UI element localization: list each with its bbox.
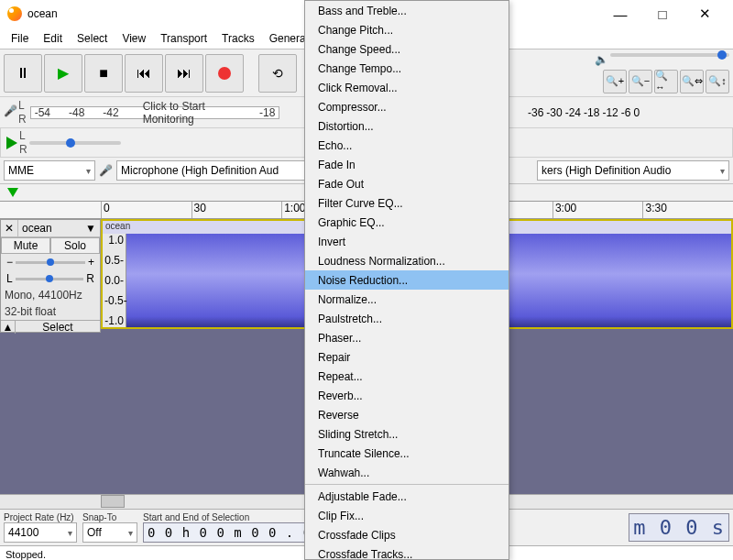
effect-item[interactable]: Normalize... [305, 290, 509, 309]
effect-item[interactable]: Paulstretch... [305, 309, 509, 328]
effect-item[interactable]: Crossfade Clips [305, 525, 509, 544]
effect-menu: Bass and Treble...Change Pitch...Change … [304, 0, 509, 560]
effect-item[interactable]: Change Speed... [305, 39, 509, 59]
effect-item[interactable]: Repair [305, 347, 509, 367]
menu-tracks[interactable]: Tracks [214, 29, 262, 48]
stop-button[interactable]: ■ [84, 54, 123, 93]
effect-item[interactable]: Loudness Normalization... [305, 251, 509, 270]
playback-slider-zone: 🔈 [595, 53, 729, 66]
amplitude-scale: 1.00.5-0.0--0.5--1.0 [103, 234, 126, 327]
effect-item[interactable]: Reverse [305, 405, 509, 424]
effect-item[interactable]: Reverb... [305, 386, 509, 405]
effect-item[interactable]: Change Pitch... [305, 20, 509, 39]
menu-select[interactable]: Select [70, 29, 115, 48]
effect-item[interactable]: Clip Fix... [305, 506, 509, 525]
track-name-label: ocean [18, 220, 56, 236]
maximize-button[interactable]: □ [641, 0, 684, 27]
host-combo[interactable]: MME [4, 160, 95, 181]
effect-item[interactable]: Wahwah... [305, 463, 509, 482]
track-close-button[interactable]: ✕ [1, 220, 18, 236]
effect-item[interactable]: Crossfade Tracks... [305, 544, 509, 560]
record-meter[interactable]: -54-48-42 Click to Start Monitoring -18 [30, 106, 280, 119]
menu-edit[interactable]: Edit [36, 29, 70, 48]
audio-position-time[interactable]: m 0 0 s [629, 513, 729, 542]
effect-item[interactable]: Phaser... [305, 328, 509, 347]
effect-item[interactable]: Repeat... [305, 367, 509, 386]
minimize-button[interactable]: ― [599, 0, 641, 27]
mic-device-icon: 🎤 [99, 164, 113, 177]
effect-item[interactable]: Filter Curve EQ... [305, 193, 509, 213]
track-select-button[interactable]: Select [16, 321, 100, 334]
track-format-label: Mono, 44100Hz [1, 287, 100, 303]
zoom-fit-button[interactable]: 🔍⇔ [680, 70, 704, 93]
gain-slider[interactable]: −+ [1, 254, 100, 270]
mic-icon: 🎤 [4, 104, 15, 121]
effect-item[interactable]: Sliding Stretch... [305, 424, 509, 444]
mute-button[interactable]: Mute [1, 237, 50, 254]
snap-to-combo[interactable]: Off [82, 522, 137, 543]
effect-item[interactable]: Invert [305, 232, 509, 251]
effect-item[interactable]: Fade In [305, 155, 509, 174]
zoom-toggle-button[interactable]: 🔍↕ [706, 70, 729, 93]
track-menu-dropdown[interactable]: ▼ [82, 220, 100, 236]
meter-slider[interactable] [29, 141, 121, 145]
pause-button[interactable]: ⏸ [4, 54, 42, 93]
menu-view[interactable]: View [115, 29, 153, 48]
zoom-sel-button[interactable]: 🔍↔ [654, 70, 678, 93]
effect-item[interactable]: Truncate Silence... [305, 444, 509, 463]
project-rate-label: Project Rate (Hz) [4, 512, 77, 522]
pan-slider[interactable]: LR [1, 270, 100, 287]
menu-file[interactable]: File [4, 29, 36, 48]
track-bitdepth-label: 32-bit float [1, 303, 100, 320]
input-combo[interactable]: Microphone (High Definition Aud [116, 160, 334, 181]
track-collapse-button[interactable]: ▲ [1, 321, 16, 334]
zoom-in-button[interactable]: 🔍+ [603, 70, 627, 93]
effect-item[interactable]: Echo... [305, 136, 509, 155]
output-combo[interactable]: kers (High Definition Audio [537, 160, 729, 181]
window-title: ocean [27, 7, 58, 20]
effect-item[interactable]: Noise Reduction... [305, 270, 509, 290]
play-head-pin[interactable] [7, 188, 18, 197]
effect-item[interactable]: Change Tempo... [305, 59, 509, 78]
effect-item[interactable]: Fade Out [305, 174, 509, 193]
close-button[interactable]: ✕ [684, 0, 726, 27]
loop-button[interactable]: ⟲ [258, 54, 297, 93]
menu-transport[interactable]: Transport [153, 29, 214, 48]
zoom-out-button[interactable]: 🔍− [629, 70, 652, 93]
app-logo [7, 6, 22, 21]
effect-item[interactable]: Distortion... [305, 116, 509, 136]
skip-start-button[interactable]: ⏮ [125, 54, 163, 93]
effect-item[interactable]: Compressor... [305, 97, 509, 116]
record-button[interactable] [205, 54, 244, 93]
project-rate-combo[interactable]: 44100 [4, 522, 77, 543]
speaker-icon: 🔈 [595, 53, 608, 66]
snap-to-label: Snap-To [82, 512, 137, 522]
solo-button[interactable]: Solo [50, 237, 100, 254]
skip-end-button[interactable]: ⏭ [165, 54, 203, 93]
play-triangle-icon [6, 137, 17, 149]
effect-item[interactable]: Click Removal... [305, 78, 509, 97]
playback-slider[interactable] [610, 53, 729, 57]
play-button[interactable]: ▶ [44, 54, 82, 93]
effect-item[interactable]: Bass and Treble... [305, 1, 509, 20]
track-panel: ✕ ocean ▼ Mute Solo −+ LR Mono, 44100Hz … [0, 219, 101, 333]
effect-item[interactable]: Adjustable Fade... [305, 487, 509, 506]
effect-item[interactable]: Graphic EQ... [305, 213, 509, 232]
